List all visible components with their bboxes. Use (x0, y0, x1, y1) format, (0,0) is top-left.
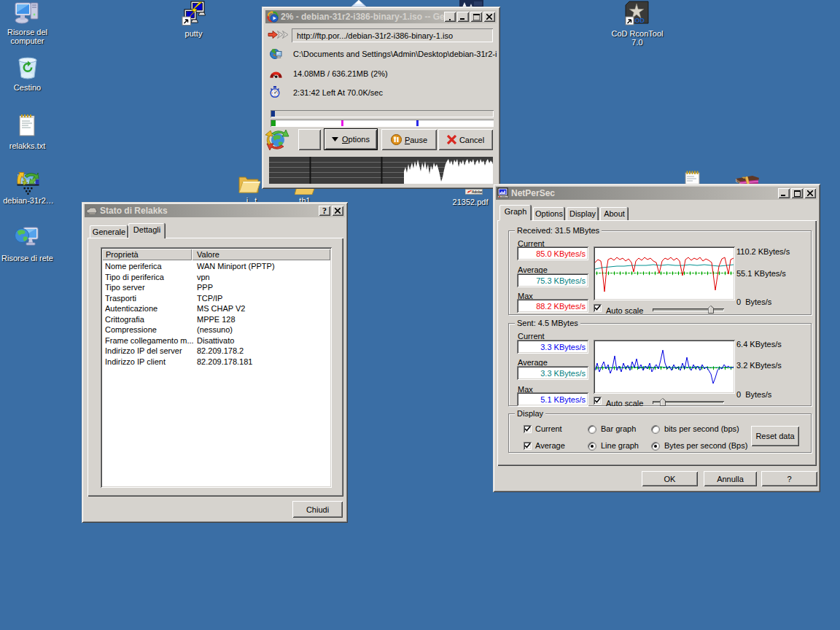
svg-text:Adobe: Adobe (472, 190, 483, 194)
